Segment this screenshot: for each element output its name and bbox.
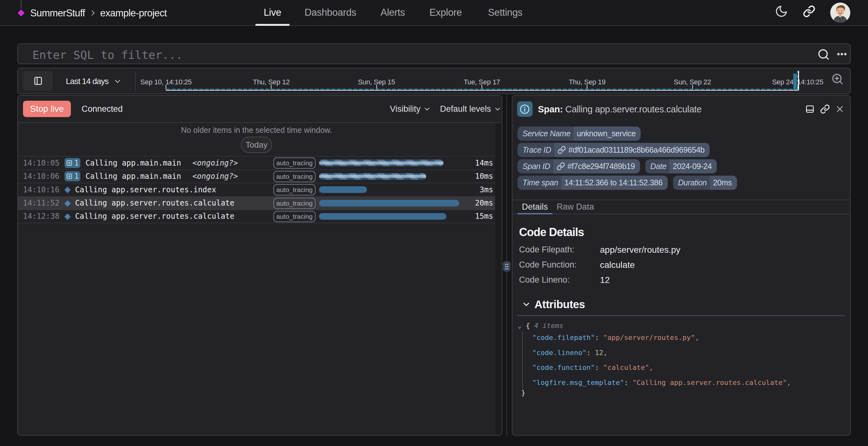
meta-badge: Time span14:11:52.366 to 14:11:52.386 [518,176,668,190]
nav-tab-dashboards[interactable]: Dashboards [297,0,364,25]
visibility-dropdown[interactable]: Visibility [390,104,431,114]
span-diamond-icon [64,186,71,194]
sql-filter-bar[interactable]: Enter SQL to filter... [17,43,851,64]
link-icon [557,162,565,170]
expand-count-badge[interactable]: 1 [65,158,80,168]
code-detail-key: Code Filepath: [519,245,600,255]
auto-tracing-tag: auto_tracing [273,157,316,169]
axis-baseline [166,90,798,91]
link-icon[interactable] [820,104,830,114]
breadcrumb-project[interactable]: example-project [100,7,167,19]
detail-tab-details[interactable]: Details [518,200,552,214]
link-icon[interactable] [557,162,565,170]
expand-count-badge[interactable]: 1 [65,171,80,181]
log-timestamp: 14:10:16 [23,185,60,194]
badge-label: Date [645,159,670,173]
attributes-heading: Attributes [534,298,585,311]
log-row[interactable]: 14:11:52Calling app.server.routes.calcul… [18,196,495,210]
json-open-line[interactable]: ⌄ { 4 items [518,322,563,329]
live-view-panel: Stop live Connected Visibility Default l… [17,95,502,436]
ongoing-label: <ongoing?> [192,159,238,167]
link-icon [557,146,566,154]
badge-value: 14:11:52.366 to 14:11:52.386 [561,176,668,190]
ongoing-label: <ongoing?> [192,172,238,181]
span-diamond-icon [64,213,71,221]
detail-tabs: DetailsRaw Data [513,199,850,214]
json-indent-guide [522,332,523,389]
attributes-toggle[interactable]: Attributes [518,298,846,311]
badge-value: unknown_service [574,127,641,141]
code-detail-key: Code Lineno: [519,275,600,285]
duration-label: 20ms [475,199,493,208]
panel-bottom-icon[interactable] [805,104,814,114]
detail-tab-raw-data[interactable]: Raw Data [552,200,599,214]
log-row[interactable]: 14:12:38Calling app.server.routes.calcul… [18,210,495,223]
nav-tab-alerts[interactable]: Alerts [372,0,413,25]
default-levels-dropdown[interactable]: Default levels [440,104,501,114]
auto-tracing-tag: auto_tracing [273,198,316,209]
nav-tab-settings[interactable]: Settings [480,0,531,25]
badge-label: Duration [673,176,710,190]
zoom-in-icon[interactable] [831,72,844,86]
badge-value[interactable]: #df01acad0311189c8b66a466d969654b [554,143,710,157]
log-message: Calling app.server.routes.calculate [75,212,235,221]
stop-live-button[interactable]: Stop live [23,101,71,117]
timeline-axis[interactable]: Sep 10, 14:10:25Thu, Sep 12Sun, Sep 15Tu… [18,68,850,94]
badge-value[interactable]: #f7c8e294f7489b19 [553,159,640,173]
chevron-down-icon [494,105,501,113]
log-row[interactable]: 14:10:051Calling app.main.main<ongoing?>… [18,156,495,170]
meta-badge: Trace ID#df01acad0311189c8b66a466d969654… [518,143,710,157]
span-duration-bar [319,200,459,206]
badge-value: 20ms [710,176,737,190]
today-button[interactable]: Today [241,137,272,153]
moon-icon[interactable] [775,5,788,18]
log-message: Calling app.main.main<ongoing?> [86,172,238,181]
attributes-separator [518,315,845,316]
log-message: Calling app.main.main<ongoing?> [86,159,238,167]
search-icon[interactable] [817,48,830,61]
expand-count: 1 [74,159,79,167]
log-timestamp: 14:10:05 [23,159,60,167]
nav-tab-explore[interactable]: Explore [421,0,470,25]
meta-badge: Span ID#f7c8e294f7489b19 [518,159,640,173]
chevron-right-icon [89,9,97,17]
scrollbar-gutter[interactable] [495,123,502,435]
code-detail-key: Code Function: [519,260,600,270]
avatar[interactable] [830,2,850,23]
log-timestamp: 14:11:52 [23,199,60,208]
close-icon[interactable] [836,105,844,113]
live-view-header: Stop live Connected Visibility Default l… [18,96,502,123]
nav-tab-live[interactable]: Live [255,0,289,25]
log-message: Calling app.server.routes.index [75,185,216,194]
code-detail-value: calculate [600,260,635,270]
duration-label: 10ms [475,172,493,181]
logo-diamond-icon[interactable] [17,9,25,17]
connection-status: Connected [82,104,123,114]
duration-label: 3ms [480,185,493,194]
breadcrumb-org[interactable]: SummerStuff [30,7,85,19]
plus-square-icon [66,160,73,166]
link-icon[interactable] [557,146,566,154]
logo-stem [21,0,22,9]
log-row[interactable]: 14:10:061Calling app.main.main<ongoing?>… [18,170,495,183]
code-detail-row: Code Lineno:12 [519,275,680,285]
duration-label: 14ms [475,159,493,167]
json-entry: "code.filepath": "app/server/routes.py", [532,333,699,342]
ellipsis-icon[interactable] [837,52,846,57]
log-row[interactable]: 14:10:16Calling app.server.routes.indexa… [18,183,495,196]
code-details-heading: Code Details [519,226,680,239]
json-entry: "code.function": "calculate", [532,363,653,372]
histogram-bar [793,74,797,90]
span-badges: Service Nameunknown_serviceTrace ID#df01… [518,127,737,190]
panel-resize-handle[interactable] [503,261,510,272]
info-icon [517,101,533,117]
link-icon[interactable] [803,5,815,18]
auto-tracing-tag: auto_tracing [273,171,316,182]
chevron-down-icon [424,105,431,113]
span-diamond-icon [64,199,71,208]
sql-filter-input[interactable]: Enter SQL to filter... [32,49,183,61]
badge-label: Trace ID [518,143,554,157]
log-timestamp: 14:12:38 [23,212,60,221]
span-duration-bar [319,213,446,220]
duration-label: 15ms [475,212,493,221]
